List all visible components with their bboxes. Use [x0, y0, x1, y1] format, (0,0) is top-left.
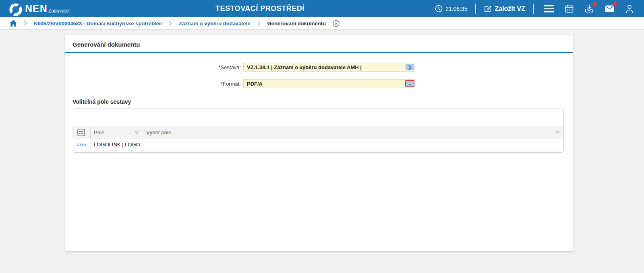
- page-title: Generování dokumentu: [72, 41, 566, 48]
- filter-icon[interactable]: ▽: [135, 130, 139, 135]
- breadcrumb-item-record[interactable]: Záznam o výběru dodavatele: [179, 21, 251, 27]
- row-cell-vyber-pole: [142, 139, 563, 150]
- downloads-notification-dot: [592, 2, 597, 6]
- messages-button[interactable]: [604, 4, 615, 14]
- form-row-sestava: *Sestava: VZ.1.38.1 | Záznam o výběru do…: [72, 63, 566, 72]
- messages-notification-dot: [613, 2, 617, 6]
- optional-fields-grid: Pole ▽ Výběr pole ▽ LOGOLINK | LOGO...: [72, 109, 564, 153]
- create-vz-label: Založit VZ: [495, 5, 525, 12]
- chevron-right-icon: [24, 21, 27, 26]
- format-value: PDF/A: [247, 81, 263, 87]
- server-time: 21:06:35: [435, 5, 468, 12]
- generation-form: *Sestava: VZ.1.38.1 | Záznam o výběru do…: [72, 63, 566, 88]
- column-header-vyber-pole[interactable]: Výběr pole ▽: [142, 126, 563, 139]
- menu-button[interactable]: [544, 4, 554, 14]
- nen-logo[interactable]: NEN Zadavatel: [0, 1, 70, 16]
- format-field[interactable]: PDF/A ⌄: [243, 79, 415, 88]
- grid-header-row: Pole ▽ Výběr pole ▽: [72, 126, 563, 139]
- user-button[interactable]: [624, 4, 635, 14]
- calendar-button[interactable]: [564, 4, 574, 14]
- downloads-button[interactable]: [584, 4, 594, 14]
- action-bar: Vygenerovat: [130, 254, 644, 265]
- form-row-format: *Formát: PDF/A ⌄: [72, 79, 566, 88]
- environment-title: TESTOVACÍ PROSTŘEDÍ: [215, 0, 304, 17]
- dropdown-chevron-icon: ⌄: [408, 82, 412, 86]
- format-dropdown-button[interactable]: ⌄: [405, 80, 414, 87]
- app-header: NEN Zadavatel TESTOVACÍ PROSTŘEDÍ 21:06:…: [0, 0, 644, 17]
- breadcrumb-item-procurement[interactable]: N006/25/V00004583 - Domácí kuchyňské spo…: [34, 21, 162, 27]
- divider: [533, 4, 534, 14]
- column-header-pole[interactable]: Pole ▽: [91, 126, 142, 139]
- breadcrumb-item-current: Generování dokumentu: [267, 21, 326, 27]
- header-actions: 21:06:35 Založit VZ: [435, 0, 637, 17]
- chevron-right-icon: [169, 21, 172, 26]
- sestava-value: VZ.1.38.1 | Záznam o výběru dodavatele A…: [247, 64, 362, 70]
- ellipsis-menu-icon: [77, 144, 86, 146]
- create-vz-button[interactable]: Založit VZ: [484, 5, 525, 13]
- time-text: 21:06:35: [445, 6, 468, 12]
- optional-fields-heading: Volitelná pole sestavy: [72, 99, 566, 105]
- nen-swirl-icon: [9, 3, 23, 16]
- content-panel: Generování dokumentu *Sestava: VZ.1.38.1…: [65, 35, 573, 251]
- grid-toolbar: [72, 109, 563, 126]
- page-body: Generování dokumentu *Sestava: VZ.1.38.1…: [0, 30, 644, 265]
- format-label: *Formát:: [72, 81, 241, 87]
- clock-icon: [435, 5, 443, 12]
- row-cell-pole: LOGOLINK | LOGO...: [91, 139, 142, 150]
- table-row[interactable]: LOGOLINK | LOGO...: [72, 139, 563, 150]
- logo-subtitle: Zadavatel: [48, 8, 70, 14]
- filter-icon[interactable]: ▽: [556, 130, 559, 135]
- sestava-field[interactable]: VZ.1.38.1 | Záznam o výběru dodavatele A…: [243, 63, 415, 72]
- logo-text: NEN: [25, 4, 48, 14]
- column-settings-button[interactable]: [72, 126, 91, 139]
- row-actions-button[interactable]: [72, 139, 91, 150]
- home-icon[interactable]: [10, 20, 17, 27]
- sestava-label: *Sestava:: [72, 64, 241, 70]
- edit-icon: [484, 5, 492, 13]
- chevron-right-icon: [257, 21, 261, 26]
- title-rule: [65, 52, 573, 53]
- divider: [475, 4, 476, 14]
- breadcrumb: N006/25/V00004583 - Domácí kuchyňské spo…: [0, 17, 644, 30]
- sestava-open-button[interactable]: ❯: [406, 64, 414, 70]
- close-breadcrumb-icon[interactable]: [333, 20, 340, 27]
- nav-chevron-icon: ❯: [408, 65, 412, 70]
